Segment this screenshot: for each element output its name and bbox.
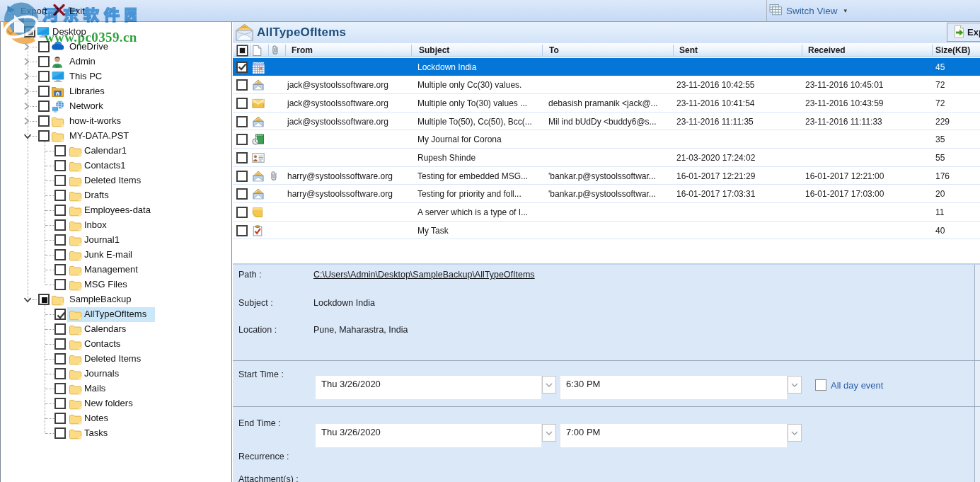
row-checkbox[interactable] (236, 79, 248, 91)
table-row[interactable]: jack@systoolssoftware.orgMultiple only T… (233, 94, 980, 113)
row-checkbox[interactable] (236, 207, 248, 218)
tree-item-calendars[interactable]: Calendars (1, 322, 231, 337)
tree-checkbox[interactable] (38, 86, 50, 97)
tree-item-journals[interactable]: Journals (1, 367, 231, 381)
tree-item-mails[interactable]: Mails (1, 381, 231, 396)
table-row[interactable]: Lockdown India45 (233, 58, 980, 76)
tree-checkbox[interactable] (54, 190, 66, 201)
tree-checkbox[interactable] (38, 115, 50, 127)
item-type-column-icon[interactable] (252, 45, 262, 59)
tree-item-alltypeofitems[interactable]: AllTypeOfItems (1, 307, 231, 322)
collapse-arrow-icon[interactable] (23, 295, 32, 304)
column-separator[interactable] (932, 45, 933, 56)
end-time-field[interactable]: 7:00 PM (560, 423, 788, 448)
expand-arrow-icon[interactable] (23, 72, 32, 81)
end-date-field[interactable]: Thu 3/26/2020 (315, 423, 542, 448)
tree-checkbox[interactable] (54, 368, 66, 379)
tree-checkbox[interactable] (38, 130, 50, 142)
tree-checkbox[interactable] (54, 309, 66, 320)
column-separator[interactable] (285, 45, 286, 56)
tree-checkbox[interactable] (38, 294, 50, 305)
select-all-checkbox-icon[interactable] (236, 45, 248, 59)
all-day-event-checkbox[interactable] (815, 379, 826, 391)
tree-checkbox[interactable] (54, 249, 66, 260)
column-header-sent[interactable]: Sent (679, 45, 698, 55)
tree-item-this-pc[interactable]: This PC (1, 69, 231, 84)
tree-checkbox[interactable] (38, 71, 50, 82)
table-row[interactable]: harry@systoolssoftware.orgTesting for pr… (233, 185, 980, 203)
tree-checkbox[interactable] (54, 398, 66, 409)
table-row[interactable]: My Task40 (233, 222, 980, 240)
tree-item-contacts[interactable]: Contacts (1, 337, 231, 352)
column-separator[interactable] (673, 45, 674, 56)
tree-checkbox[interactable] (54, 383, 66, 394)
tree-item-new-folders[interactable]: New folders (1, 396, 231, 411)
attachment-column-icon[interactable] (271, 45, 279, 58)
tree-item-employees-data[interactable]: Employees-data (1, 203, 231, 218)
expand-arrow-icon[interactable] (23, 117, 32, 125)
start-date-field[interactable]: Thu 3/26/2020 (315, 375, 542, 400)
row-checkbox[interactable] (236, 171, 248, 182)
expand-arrow-icon[interactable] (23, 87, 32, 96)
column-header-to[interactable]: To (549, 45, 559, 55)
tree-item-network[interactable]: Network (1, 99, 231, 114)
table-row[interactable]: jack@systoolssoftware.orgMultiple only C… (233, 76, 980, 94)
path-value[interactable]: C:\Users\Admin\Desktop\SampleBackup\AllT… (313, 270, 535, 280)
start-time-dropdown-button[interactable] (788, 376, 802, 394)
column-separator[interactable] (802, 45, 802, 56)
tree-item-msg-files[interactable]: MSG Files (1, 277, 231, 292)
expand-arrow-icon[interactable] (23, 102, 32, 110)
tree-checkbox[interactable] (54, 264, 66, 275)
tree-checkbox[interactable] (54, 428, 66, 439)
row-checkbox[interactable] (236, 134, 248, 145)
tree-item-how-it-works[interactable]: how-it-works (1, 114, 231, 129)
row-checkbox[interactable] (236, 152, 248, 163)
export-button[interactable]: Export (947, 23, 980, 42)
tree-item-junk-e-mail[interactable]: Junk E-mail (1, 248, 231, 263)
table-row[interactable]: harry@systoolssoftware.orgTesting for em… (233, 167, 980, 185)
start-date-dropdown-button[interactable] (542, 376, 556, 394)
tree-item-libraries[interactable]: Libraries (1, 84, 231, 99)
tree-checkbox[interactable] (54, 219, 66, 231)
row-checkbox[interactable] (236, 116, 248, 127)
table-row[interactable]: A server which is a type of I...11 (233, 203, 980, 222)
row-checkbox[interactable] (236, 225, 248, 236)
tree-checkbox[interactable] (54, 338, 66, 350)
end-time-dropdown-button[interactable] (788, 424, 802, 442)
start-time-field[interactable]: 6:30 PM (560, 375, 788, 400)
column-header-from[interactable]: From (292, 45, 313, 55)
tree-checkbox[interactable] (54, 413, 66, 424)
tree-checkbox[interactable] (54, 323, 66, 335)
tree-item-inbox[interactable]: Inbox (1, 218, 231, 233)
end-date-dropdown-button[interactable] (542, 424, 556, 442)
column-separator[interactable] (250, 45, 250, 56)
tree-checkbox[interactable] (54, 353, 66, 365)
expand-arrow-icon[interactable] (23, 57, 32, 66)
row-checkbox[interactable] (236, 62, 248, 73)
tree-checkbox[interactable] (54, 145, 66, 156)
column-header-size-kb-[interactable]: Size(KB) (935, 45, 970, 55)
tree-checkbox[interactable] (54, 234, 66, 246)
tree-item-my-data-pst[interactable]: MY-DATA.PST (1, 129, 231, 144)
table-row[interactable]: jack@systoolssoftware.orgMultiple To(50)… (233, 113, 980, 131)
tree-checkbox[interactable] (38, 101, 50, 112)
column-separator[interactable] (268, 45, 269, 56)
details-scrollbar-track[interactable] (975, 265, 980, 482)
tree-item-contacts1[interactable]: Contacts1 (1, 159, 231, 173)
tree-checkbox[interactable] (54, 205, 66, 216)
tree-item-deleted-items[interactable]: Deleted Items (1, 352, 231, 367)
tree-item-deleted-items[interactable]: Deleted Items (1, 173, 231, 188)
tree-item-journal1[interactable]: Journal1 (1, 233, 231, 248)
tree-checkbox[interactable] (38, 56, 50, 67)
tree-item-samplebackup[interactable]: SampleBackup (1, 292, 231, 307)
column-separator[interactable] (542, 45, 543, 56)
tree-item-management[interactable]: Management (1, 263, 231, 277)
column-separator[interactable] (411, 45, 412, 56)
switch-view-dropdown[interactable]: Switch View ▾ (769, 0, 847, 21)
tree-checkbox[interactable] (54, 175, 66, 186)
tree-checkbox[interactable] (54, 160, 66, 171)
tree-item-notes[interactable]: Notes (1, 411, 231, 426)
table-row[interactable]: Rupesh Shinde21-03-2020 17:24:0255 (233, 149, 980, 167)
tree-item-admin[interactable]: Admin (1, 54, 231, 69)
collapse-arrow-icon[interactable] (23, 132, 32, 140)
